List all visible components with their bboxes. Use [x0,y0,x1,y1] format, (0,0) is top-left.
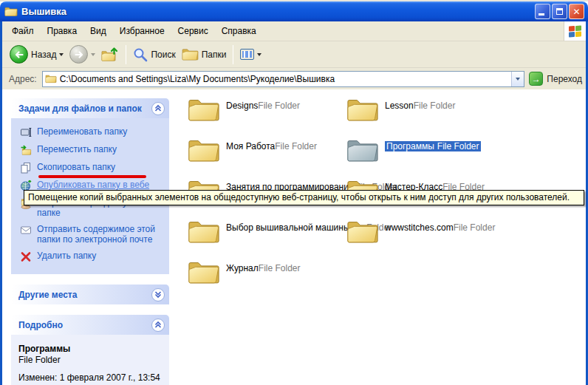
folder-name: Выбор вышивальной машины [226,222,350,233]
close-icon: ✕ [572,7,580,16]
folder-tile-zhurnal[interactable]: ЖурналFile Folder [188,259,346,299]
file-tasks-panel: Задачи для файлов и папок Переименовать … [11,98,169,274]
menu-file[interactable]: Файл [5,24,41,38]
task-email-folder[interactable]: Отправить содержимое этой папки по элект… [20,224,165,245]
back-icon [10,45,28,64]
folder-name: Программы [385,141,436,151]
search-icon [133,47,148,62]
task-copy-folder[interactable]: Скопировать папку [20,162,165,174]
minimize-button[interactable] [535,4,550,19]
folder-type: File Folder [454,222,496,233]
task-rename-folder[interactable]: Переименовать папку [20,126,165,138]
task-label: Переместить папку [37,144,117,154]
go-label: Переход [547,74,582,84]
folder-name: wwwstitches.com [385,222,454,233]
annotation-red-underline [38,175,146,178]
folders-label: Папки [202,50,227,60]
other-places-header[interactable]: Другие места [11,285,169,304]
folder-tile-designs[interactable]: DesignsFile Folder [188,96,346,137]
details-body: Программы File Folder Изменен: 1 февраля… [11,335,169,385]
folder-icon [188,218,220,245]
task-move-folder[interactable]: Переместить папку [20,144,165,156]
maximize-button[interactable] [552,4,567,19]
task-label: Удалить папку [37,251,96,261]
views-icon [240,49,254,60]
forward-dropdown-icon [91,53,95,56]
tooltip: Помещение копий выбранных элементов на о… [24,190,584,205]
explorer-window: Вышивка ✕ Файл Правка Вид Избранное Серв… [0,0,588,385]
folder-name: Designs [226,100,258,111]
file-list-area: DesignsFile Folder LessonFile Folder Моя… [178,89,586,385]
rename-icon [20,126,32,138]
standard-toolbar: Назад Поиск [2,41,586,67]
folder-tile-wwwstitches[interactable]: wwwstitches.comFile Folder [346,218,506,259]
views-button[interactable] [237,47,264,61]
back-button[interactable]: Назад [7,44,66,65]
task-pane: Задачи для файлов и папок Переименовать … [2,89,178,385]
task-delete-folder[interactable]: Удалить папку [20,251,165,262]
close-button[interactable]: ✕ [569,4,584,19]
folders-button[interactable]: Папки [179,46,230,63]
details-item-type: File Folder [18,355,163,365]
go-button[interactable]: → Переход [529,72,582,86]
folder-tile-vybor-mashiny[interactable]: Выбор вышивальной машиныFile Folder [188,218,346,259]
menu-help[interactable]: Справка [215,24,263,38]
maximize-icon [556,8,563,15]
windows-logo-box [564,21,586,41]
details-item-name: Программы [18,344,163,354]
folder-tile-moya-rabota[interactable]: Моя РаботаFile Folder [188,137,346,177]
window-folder-icon [4,6,18,17]
address-combo[interactable] [42,71,525,87]
up-button[interactable] [98,44,122,64]
delete-icon [20,251,32,262]
folder-icon [188,259,220,286]
folder-type: File Folder [259,263,301,273]
email-icon [20,224,32,236]
toolbar-separator [126,45,126,64]
back-label: Назад [31,50,56,60]
forward-button[interactable] [66,44,98,65]
search-button[interactable]: Поиск [130,46,178,64]
task-label: Отправить содержимое этой папки по элект… [37,224,165,245]
forward-icon [69,45,88,64]
folder-tile-programmy-selected[interactable]: ПрограммыFile Folder [346,137,506,177]
minimize-icon [539,13,544,16]
file-tasks-header[interactable]: Задачи для файлов и папок [11,98,169,118]
window-title: Вышивка [21,6,533,17]
folder-type: File Folder [414,100,456,111]
chevron-up-icon [154,320,163,330]
file-tasks-title: Задачи для файлов и папок [18,103,142,114]
collapse-button[interactable] [151,318,165,332]
collapse-button[interactable] [151,102,165,115]
chevron-down-icon [516,78,520,81]
views-dropdown-icon [257,53,261,56]
address-input[interactable] [60,72,512,86]
folders-icon [182,47,199,61]
title-bar[interactable]: Вышивка ✕ [0,1,588,21]
copy-folder-icon [20,162,32,174]
expand-button[interactable] [151,288,165,301]
folder-name: Lesson [385,100,414,111]
details-item-modified: Изменен: 1 февраля 2007 г., 13:54 [18,372,163,383]
address-bar: Адрес: → Переход [2,67,586,89]
chevron-down-icon [154,290,163,299]
task-label: Переименовать папку [37,126,127,137]
folder-icon [346,218,379,245]
folder-tile-lesson[interactable]: LessonFile Folder [346,96,506,137]
go-arrow-icon: → [529,72,543,86]
menu-view[interactable]: Вид [83,24,113,38]
folder-name: Журнал [226,263,259,273]
other-places-title: Другие места [18,290,77,300]
task-label: Скопировать папку [37,162,115,172]
menu-tools[interactable]: Сервис [171,24,215,38]
details-header[interactable]: Подробно [11,315,169,335]
folder-icon [188,137,220,164]
menu-favorites[interactable]: Избранное [113,24,171,38]
task-label: Опубликовать папку в вебе [37,180,149,190]
address-label: Адрес: [9,74,37,84]
menu-edit[interactable]: Правка [41,24,84,38]
chevron-up-icon [154,103,163,113]
address-dropdown-button[interactable] [511,72,524,86]
folder-type: File Folder [258,100,300,111]
folder-name: Моя Работа [226,141,275,151]
